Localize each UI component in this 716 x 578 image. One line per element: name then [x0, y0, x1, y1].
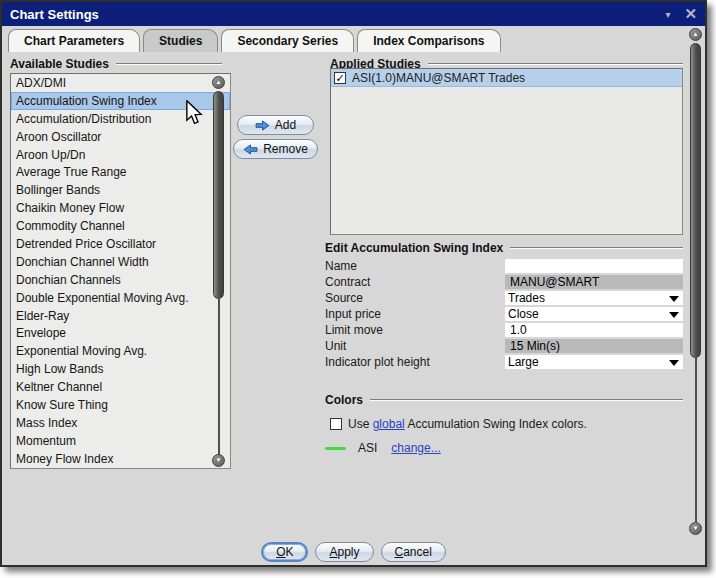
limit-move-field[interactable]: 1.0 — [505, 323, 683, 337]
available-studies-list[interactable]: ADX/DMI Accumulation Swing Index Accumul… — [10, 73, 231, 469]
list-item[interactable]: Commodity Channel — [11, 217, 230, 235]
list-item[interactable]: Exponential Moving Avg. — [11, 342, 230, 360]
list-item[interactable]: High Low Bands — [11, 360, 230, 378]
change-color-link[interactable]: change... — [391, 441, 440, 455]
global-link[interactable]: global — [373, 417, 405, 431]
unit-field: 15 Min(s) — [505, 339, 683, 353]
titlebar[interactable]: Chart Settings ▾ ✕ — [2, 2, 705, 26]
list-item[interactable]: Keltner Channel — [11, 378, 230, 396]
remove-button[interactable]: Remove — [233, 139, 318, 159]
add-button[interactable]: Add — [237, 115, 314, 135]
dialog-buttons: OK Apply Cancel — [0, 542, 707, 562]
screen: Chart Settings ▾ ✕ Chart Parameters Stud… — [0, 0, 716, 578]
use-global-colors-checkbox[interactable] — [330, 418, 342, 430]
applied-studies-list[interactable]: ✓ ASI(1.0)MANU@SMART Trades — [330, 68, 683, 235]
window-menu-icon[interactable]: ▾ — [665, 9, 670, 20]
list-item[interactable]: Donchian Channels — [11, 271, 230, 289]
list-item[interactable]: Aroon Oscillator — [11, 128, 230, 146]
tab-studies[interactable]: Studies — [143, 29, 218, 52]
chevron-down-icon — [669, 296, 679, 302]
list-item[interactable]: Momentum — [11, 432, 230, 450]
indicator-plot-height-select[interactable]: Large — [505, 355, 683, 369]
list-item[interactable]: Chaikin Money Flow — [11, 199, 230, 217]
list-item[interactable]: Average True Range — [11, 163, 230, 181]
tab-chart-parameters[interactable]: Chart Parameters — [8, 29, 140, 52]
list-item[interactable]: ADX/DMI — [11, 74, 230, 92]
dialog-scrollbar-thumb[interactable] — [690, 43, 701, 358]
ok-button[interactable]: OK — [261, 542, 308, 562]
contract-field: MANU@SMART — [505, 275, 683, 289]
list-scrollbar-thumb[interactable] — [213, 91, 224, 299]
indicator-plot-height-label: Indicator plot height — [325, 355, 505, 369]
list-scroll-up-icon[interactable]: ▲ — [212, 76, 225, 89]
tab-index-comparisons[interactable]: Index Comparisons — [357, 29, 500, 52]
list-item[interactable]: Elder-Ray — [11, 307, 230, 325]
tab-secondary-series[interactable]: Secondary Series — [221, 29, 354, 52]
edit-study-header: Edit Accumulation Swing Index — [325, 241, 683, 255]
available-studies-header: Available Studies — [10, 57, 222, 71]
limit-move-label: Limit move — [325, 323, 505, 337]
chevron-down-icon — [669, 312, 679, 318]
chevron-down-icon — [669, 360, 679, 366]
source-select[interactable]: Trades — [505, 291, 683, 305]
input-price-select[interactable]: Close — [505, 307, 683, 321]
list-item[interactable]: Aroon Up/Dn — [11, 146, 230, 164]
dialog-scrollbar-track[interactable] — [695, 358, 697, 522]
source-label: Source — [325, 291, 505, 305]
window-title: Chart Settings — [10, 7, 99, 22]
applied-study-row[interactable]: ✓ ASI(1.0)MANU@SMART Trades — [331, 69, 682, 87]
asi-color-row: ASI change... — [325, 441, 441, 455]
list-item[interactable]: Envelope — [11, 324, 230, 342]
apply-button[interactable]: Apply — [315, 542, 373, 562]
list-item[interactable]: Donchian Channel Width — [11, 253, 230, 271]
contract-label: Contract — [325, 275, 505, 289]
add-arrow-icon — [255, 120, 270, 131]
input-price-label: Input price — [325, 307, 505, 321]
list-scrollbar-track[interactable] — [218, 299, 220, 455]
list-item[interactable]: Mass Index — [11, 414, 230, 432]
name-label: Name — [325, 259, 505, 273]
remove-arrow-icon — [243, 144, 258, 155]
asi-label: ASI — [358, 441, 377, 455]
list-scroll-down-icon[interactable]: ▼ — [212, 454, 225, 467]
applied-study-label: ASI(1.0)MANU@SMART Trades — [352, 71, 525, 85]
colors-header: Colors — [325, 393, 683, 407]
close-icon[interactable]: ✕ — [684, 5, 697, 23]
dialog-scroll-down-icon[interactable]: ▼ — [689, 522, 702, 535]
edit-study-form: Name Contract MANU@SMART Source Trades I… — [325, 259, 683, 371]
list-item[interactable]: Detrended Price Oscillator — [11, 235, 230, 253]
list-item[interactable]: Money Flow Index — [11, 450, 230, 468]
name-field[interactable] — [505, 259, 683, 273]
unit-label: Unit — [325, 339, 505, 353]
asi-color-swatch — [325, 447, 346, 450]
applied-study-checkbox[interactable]: ✓ — [334, 72, 346, 84]
list-item[interactable]: Know Sure Thing — [11, 396, 230, 414]
use-global-colors-row: Use global Accumulation Swing Index colo… — [330, 417, 587, 431]
dialog-scroll-up-icon[interactable]: ▲ — [689, 28, 702, 41]
list-item[interactable]: Bollinger Bands — [11, 181, 230, 199]
tab-bar: Chart Parameters Studies Secondary Serie… — [8, 29, 501, 52]
mouse-cursor-icon — [185, 100, 204, 130]
cancel-button[interactable]: Cancel — [381, 542, 446, 562]
list-item[interactable]: Double Exponential Moving Avg. — [11, 289, 230, 307]
